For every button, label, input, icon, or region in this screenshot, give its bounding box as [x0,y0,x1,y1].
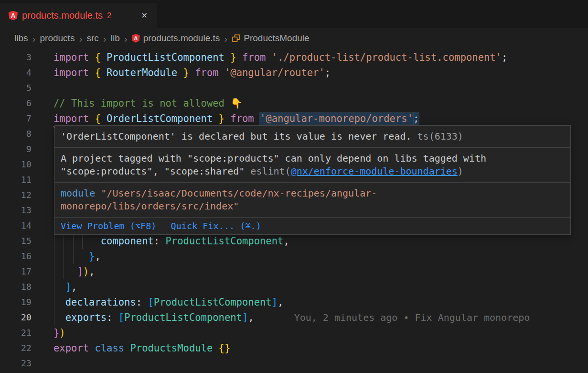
token: , [89,266,95,277]
token: } [225,52,242,63]
token: from [242,52,272,63]
token: module [61,187,101,199]
line-number-18[interactable]: 18 [0,279,43,295]
line-number-8[interactable]: 8 [0,126,43,142]
code-line-4[interactable]: import { RouterModule } from '@angular/r… [53,65,588,80]
token: ProductListComponent [107,52,225,63]
token: declarations [65,296,136,308]
line-number-22[interactable]: 22 [0,340,43,356]
token [53,312,65,323]
breadcrumb-item-src[interactable]: src [86,33,98,44]
token: import [53,113,95,124]
line-number-13[interactable]: 13 [0,203,43,218]
line-number-5[interactable]: 5 [0,80,43,96]
code-line-17[interactable]: ]), [53,264,588,279]
breadcrumb-item-lib[interactable]: lib [111,33,120,44]
token: ProductsModule [130,342,218,354]
token: ] [77,266,83,277]
code-line-21[interactable]: }) [53,325,588,340]
token: ) [458,165,463,177]
line-number-21[interactable]: 21 [0,325,43,340]
token: ] [242,312,248,323]
chevron-right-icon: › [79,33,82,44]
token: exports [65,312,107,323]
line-number-4[interactable]: 4 [0,65,43,80]
tab-problem-count-badge: 2 [107,11,111,21]
inline-blame-annotation: You, 2 minutes ago • Fix Angular monorep… [294,312,530,323]
token: : [107,312,118,323]
token: from [230,113,260,124]
hover-section-1: 'OrderListComponent' is declared but its… [55,126,570,148]
angular-icon: A [132,34,140,43]
line-number-20[interactable]: 20 [0,310,43,325]
token: ts(6133) [417,131,463,142]
line-number-12[interactable]: 12 [0,187,43,203]
token: ) [59,327,65,339]
line-number-10[interactable]: 10 [0,157,43,172]
token: './product-list/product-list.component' [272,52,502,63]
close-icon[interactable]: ✕ [139,10,150,21]
token: RouterModule [107,67,177,78]
token: export [53,342,95,354]
token: : [136,296,148,308]
line-number-17[interactable]: 17 [0,264,43,279]
line-number-7[interactable]: 7 [0,111,43,126]
token: {} [219,342,231,354]
token: eslint( [250,165,290,177]
token [53,281,65,293]
editor: 34567891011121314151617181920212223 impo… [0,49,588,373]
line-number-14[interactable]: 14 [0,218,43,233]
token: component [101,235,154,247]
token: , [248,312,254,323]
tab-products-module[interactable]: A products.module.ts 2 ✕ [0,3,157,28]
token: import [53,67,95,78]
token: { [95,52,107,63]
token [53,251,89,262]
code-line-7[interactable]: import { OrderListComponent } from '@ang… [53,111,588,126]
indent-guide [82,233,83,249]
chevron-right-icon: › [103,33,107,44]
hover-line: 'OrderListComponent' is declared but its… [61,130,565,143]
line-number-9[interactable]: 9 [0,142,43,157]
breadcrumb-item-symbol[interactable]: ProductsModule [232,33,309,44]
hover-line: module "/Users/isaac/Documents/code/nx-r… [61,187,565,200]
breadcrumb-item-products[interactable]: products [40,33,75,44]
diagnostic-hover: 'OrderListComponent' is declared but its… [54,125,571,235]
indent-guide [73,233,74,264]
code-line-19[interactable]: declarations: [ProductListComponent], [53,295,588,310]
code-line-20[interactable]: exports: [ProductListComponent],You, 2 m… [53,310,588,325]
rule-link[interactable]: @nx/enforce-module-boundaries [291,165,458,177]
hover-line: monorepo/libs/orders/src/index" [61,200,565,213]
indent-guide [54,233,54,325]
code-line-5[interactable] [53,80,588,96]
code-line-6[interactable]: // This import is not allowed 👇 [53,96,588,111]
line-number-19[interactable]: 19 [0,295,43,310]
breadcrumb-item-libs[interactable]: libs [14,33,28,44]
token: from [195,67,225,78]
chevron-right-icon: › [32,33,36,44]
token: , [278,296,283,308]
token [53,296,65,308]
breadcrumb-item-file[interactable]: Aproducts.module.ts [132,33,220,44]
quick-fix-action[interactable]: Quick Fix... (⌘.) [171,221,261,231]
line-number-6[interactable]: 6 [0,96,43,111]
code-line-22[interactable]: export class ProductsModule {} [53,340,588,356]
gutter: 34567891011121314151617181920212223 [0,50,43,371]
token: } [89,251,95,262]
token: } [53,327,59,339]
code-line-3[interactable]: import { ProductListComponent } from './… [53,50,588,65]
line-number-11[interactable]: 11 [0,172,43,187]
code-line-23[interactable] [53,356,588,371]
code-line-18[interactable]: ], [53,279,588,295]
hover-section-2: A project tagged with "scope:products" c… [55,148,570,183]
line-number-16[interactable]: 16 [0,249,43,264]
line-number-15[interactable]: 15 [0,233,43,249]
code-line-16[interactable]: }, [53,249,588,264]
line-number-3[interactable]: 3 [0,50,43,65]
view-problem-action[interactable]: View Problem (⌥F8) [61,221,156,231]
token: ProductListComponent [166,235,284,247]
line-number-23[interactable]: 23 [0,356,43,371]
tab-bar: A products.module.ts 2 ✕ [0,0,588,28]
code-line-15[interactable]: component: ProductListComponent, [53,233,588,249]
token: ) [83,266,89,277]
